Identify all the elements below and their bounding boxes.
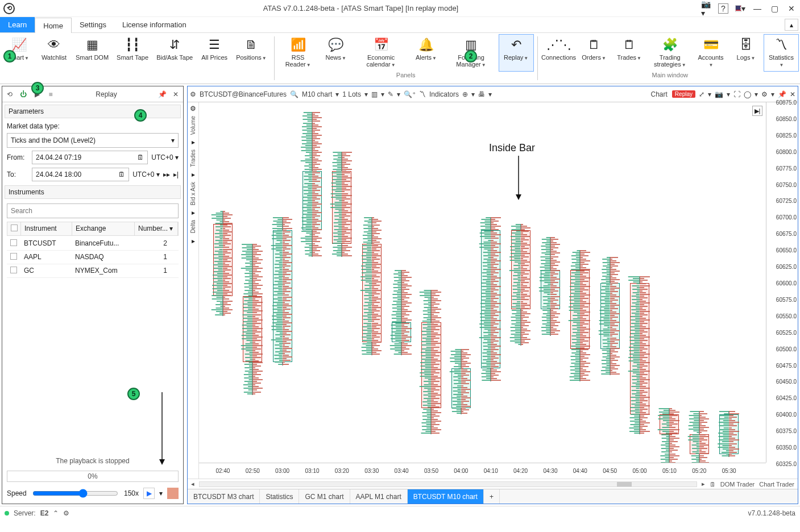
candle[interactable]: [508, 224, 534, 346]
candle[interactable]: [597, 257, 623, 375]
ribbon-smartdom[interactable]: ▦Smart DOM: [72, 34, 113, 65]
dom-trader-button[interactable]: DOM Trader: [720, 481, 755, 488]
ribbon-positions[interactable]: 🗎Positions▼: [232, 34, 271, 65]
candle[interactable]: [299, 112, 325, 256]
candle[interactable]: [686, 411, 712, 464]
candle[interactable]: [329, 152, 355, 257]
ribbon-statistics[interactable]: 〽Statistics▼: [764, 34, 799, 72]
select-all-checkbox[interactable]: [11, 225, 18, 231]
candle[interactable]: [359, 217, 385, 355]
ribbon-replay[interactable]: ↶Replay▼: [499, 34, 534, 72]
circle-icon[interactable]: ◯: [744, 90, 751, 98]
close-icon[interactable]: ✕: [786, 3, 797, 14]
reticle-icon[interactable]: ⊕: [462, 90, 468, 98]
chart-tab[interactable]: BTCUSDT M3 chart: [188, 489, 260, 504]
stop-icon[interactable]: ■: [45, 90, 56, 98]
layers-icon[interactable]: ▥: [371, 90, 378, 98]
ribbon-rss[interactable]: 📶RSS Reader▼: [278, 34, 318, 72]
chart-settings-icon[interactable]: ⚙: [190, 90, 196, 98]
candle[interactable]: [210, 211, 236, 316]
ribbon-smarttape[interactable]: ┇┇Smart Tape: [113, 34, 152, 65]
vtab-trades[interactable]: Trades: [190, 147, 196, 169]
flag-icon[interactable]: ▾: [735, 3, 745, 14]
row-checkbox[interactable]: [10, 253, 17, 260]
vtab-bidask[interactable]: Bid x Ask: [190, 180, 196, 207]
ribbon-allprices[interactable]: ☰All Prices: [197, 34, 232, 65]
row-checkbox[interactable]: [10, 239, 17, 246]
close2-icon[interactable]: ✕: [790, 90, 795, 98]
candle[interactable]: [448, 349, 474, 415]
vtab-volume[interactable]: Volume: [190, 114, 196, 137]
ribbon-trades[interactable]: 🗒Trades▼: [612, 34, 647, 72]
table-row[interactable]: BTCUSDT BinanceFutu... 2: [7, 237, 179, 251]
table-row[interactable]: GC NYMEX_Com 1: [7, 264, 179, 278]
ribbon-logs[interactable]: 🗄Logs▼: [728, 34, 764, 72]
row-checkbox[interactable]: [10, 267, 17, 273]
candle[interactable]: [478, 217, 504, 381]
candle[interactable]: [567, 250, 593, 381]
candle[interactable]: [627, 276, 653, 434]
ribbon-accounts[interactable]: 💳Accounts▼: [693, 34, 728, 72]
from-tz[interactable]: UTC+0 ▾: [151, 153, 179, 161]
add-tab-button[interactable]: +: [484, 489, 500, 504]
x-axis[interactable]: 02:4002:5003:0003:1003:2003:3003:4003:50…: [199, 463, 766, 479]
speed-slider[interactable]: [32, 489, 118, 498]
from-input[interactable]: 24.04.24 07:19🗓: [32, 151, 148, 164]
camera-icon[interactable]: 📷▾: [701, 3, 711, 14]
candle[interactable]: [716, 411, 742, 457]
chart-lots[interactable]: 1 Lots: [342, 90, 361, 98]
ribbon-orders[interactable]: 🗒Orders▼: [577, 34, 612, 72]
tab-license[interactable]: License information: [114, 17, 194, 32]
scroll-left-icon[interactable]: ◂: [191, 480, 194, 488]
candle[interactable]: [239, 244, 266, 395]
zoom-icon[interactable]: 🔍⁺: [404, 90, 416, 98]
candle[interactable]: [270, 217, 296, 365]
indicators-icon[interactable]: 〽: [419, 90, 426, 98]
search-icon[interactable]: 🔍: [290, 90, 299, 98]
status-gear-icon[interactable]: ⚙: [63, 509, 69, 517]
chart-timeframe[interactable]: M10 chart: [302, 90, 332, 98]
table-row[interactable]: AAPL NASDAQ 1: [7, 251, 179, 264]
chart-scrollbar[interactable]: ◂ ▸ 🗓 DOM Trader Chart Trader: [188, 479, 798, 489]
col-number[interactable]: Number... ▾: [135, 222, 178, 235]
ribbon-alerts[interactable]: 🔔Alerts▼: [408, 34, 443, 72]
skip-back-icon[interactable]: ▸▸: [163, 171, 170, 178]
ribbon-connections[interactable]: ⋰⋱Connections: [541, 34, 577, 72]
candle[interactable]: [418, 290, 444, 434]
pencil-icon[interactable]: ✎: [388, 90, 393, 98]
plot-area[interactable]: ▶| 60325.060350.060375.060400.060425.060…: [199, 102, 798, 479]
col-exchange[interactable]: Exchange: [72, 222, 135, 235]
fullscreen-icon[interactable]: ⛶: [733, 90, 740, 98]
scroll-right-icon[interactable]: ▸: [702, 480, 705, 488]
market-data-type-select[interactable]: Ticks and the DOM (Level2) ▾: [7, 133, 179, 148]
pin2-icon[interactable]: 📌: [778, 90, 786, 98]
ribbon-news[interactable]: 💬News▼: [318, 34, 354, 72]
panel-close-icon[interactable]: ✕: [171, 90, 181, 98]
ribbon-watchlist[interactable]: 👁Watchlist: [36, 34, 72, 65]
candle[interactable]: [388, 270, 414, 355]
to-tz[interactable]: UTC+0 ▾: [132, 171, 160, 178]
chart-tab[interactable]: GC M1 chart: [299, 489, 350, 504]
vtab-delta[interactable]: Delta: [190, 218, 196, 235]
skip-end-icon[interactable]: ▸|: [173, 171, 179, 178]
server-chevron-icon[interactable]: ⌃: [53, 509, 59, 517]
chart-tab[interactable]: BTCUSDT M10 chart: [408, 489, 484, 504]
expand-icon[interactable]: ⤢: [699, 90, 704, 98]
maximize-icon[interactable]: ▢: [769, 3, 780, 14]
tab-settings[interactable]: Settings: [72, 17, 114, 32]
pin-icon[interactable]: 📌: [157, 90, 167, 98]
help-icon[interactable]: ?: [718, 3, 728, 14]
chart-trader-button[interactable]: Chart Trader: [759, 481, 794, 488]
gear-icon[interactable]: ⚙: [761, 90, 768, 98]
camera2-icon[interactable]: 📷: [715, 90, 723, 98]
ribbon-calendar[interactable]: 📅Economic calendar▼: [354, 34, 409, 72]
to-input[interactable]: 24.04.24 18:00🗓: [32, 168, 129, 181]
ribbon-collapse-icon[interactable]: ▴: [785, 19, 798, 31]
chart-tab[interactable]: Statistics: [260, 489, 299, 504]
instruments-search-input[interactable]: [7, 203, 179, 218]
minimize-icon[interactable]: —: [752, 3, 762, 14]
ribbon-strategies[interactable]: 🧩Trading strategies▼: [647, 34, 693, 72]
playback-play-button[interactable]: ▶: [143, 488, 155, 499]
power-icon[interactable]: ⏻: [18, 90, 28, 98]
candle[interactable]: [537, 237, 563, 335]
